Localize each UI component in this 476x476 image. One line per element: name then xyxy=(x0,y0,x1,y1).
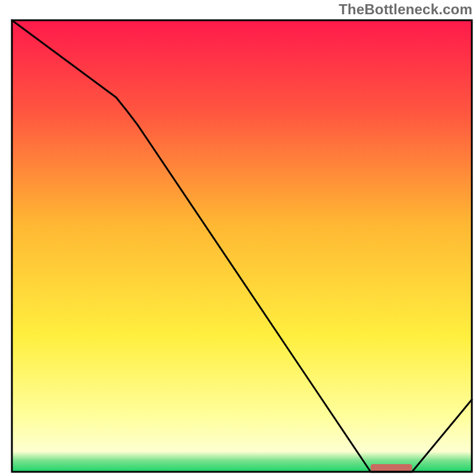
bottleneck-chart xyxy=(0,0,476,476)
optimal-band-marker xyxy=(371,464,412,471)
plot-background xyxy=(12,20,472,472)
chart-stage: TheBottleneck.com xyxy=(0,0,476,476)
